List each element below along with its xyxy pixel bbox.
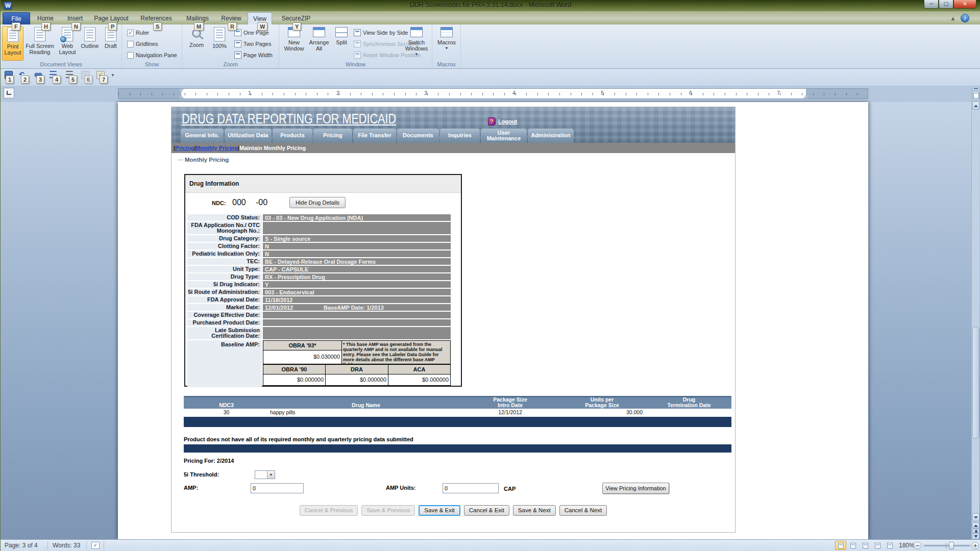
ruler-checkbox[interactable]: ✓ Ruler: [127, 28, 149, 38]
scroll-down-icon[interactable]: [972, 513, 979, 521]
full-screen-reading-button[interactable]: Full Screen Reading: [24, 26, 55, 61]
threshold-select[interactable]: ▼: [255, 470, 275, 479]
two-pages-button[interactable]: Two Pages: [234, 39, 271, 49]
cancel-exit-button[interactable]: Cancel & Exit: [464, 505, 509, 516]
nav-tab-products[interactable]: Products: [273, 129, 312, 143]
ndc-value-1: 000: [232, 198, 246, 207]
zoom-button[interactable]: Zoom: [186, 26, 207, 61]
zoom-slider-thumb[interactable]: [949, 542, 954, 549]
breadcrumb-link-monthly-pricing[interactable]: Monthly Pricing: [195, 145, 238, 151]
logout-area[interactable]: Logout: [488, 117, 517, 126]
first-line-indent-marker[interactable]: [179, 89, 184, 92]
zoom-in-icon[interactable]: +: [971, 542, 979, 549]
restore-button[interactable]: □: [939, 0, 953, 9]
group-label-window: Window: [279, 61, 432, 67]
navigation-pane-checkbox[interactable]: Navigation Pane: [127, 50, 177, 60]
next-page-icon[interactable]: [972, 534, 979, 539]
view-outline-button[interactable]: [872, 541, 883, 550]
scrollbar-thumb[interactable]: [972, 327, 979, 439]
page-width-button[interactable]: Page Width: [234, 50, 273, 60]
field-row: Pediatric Indication Only:N: [187, 251, 451, 257]
word-count[interactable]: Words: 33: [53, 542, 80, 549]
keytip-securezip: Y: [292, 22, 301, 31]
view-web-layout-button[interactable]: [860, 541, 871, 550]
view-pricing-information-button[interactable]: View Pricing Information: [602, 483, 669, 494]
cap-label: CAP: [504, 486, 516, 492]
view-full-screen-button[interactable]: [847, 541, 859, 550]
new-window-button[interactable]: New Window: [282, 26, 306, 61]
group-document-views: Print Layout Full Screen Reading Web Lay…: [1, 24, 122, 68]
field-row: FDA Application No./ OTC Monograph No.:: [187, 222, 451, 234]
field-row: Purchased Product Date:: [187, 319, 451, 326]
qat-more-icon[interactable]: ▼: [111, 73, 120, 82]
outline-icon: [84, 27, 95, 41]
zoom-100-button[interactable]: 100%: [209, 26, 230, 61]
document-canvas[interactable]: DRUG DATA REPORTING FOR MEDICAID Logout …: [1, 102, 980, 539]
save-exit-button[interactable]: Save & Exit: [419, 505, 460, 516]
page-count[interactable]: Page: 3 of 4: [5, 542, 38, 549]
tab-stop-selector[interactable]: [4, 88, 14, 98]
previous-page-icon[interactable]: [972, 522, 979, 529]
nav-tab-administration[interactable]: Administration: [528, 129, 574, 143]
keytip-view: W: [257, 22, 267, 31]
print-layout-button[interactable]: Print Layout: [2, 26, 23, 61]
aca-header: ACA: [388, 364, 451, 374]
macros-icon: [440, 27, 453, 37]
web-layout-button[interactable]: Web Layout: [56, 26, 79, 61]
ndc3-table-row[interactable]: 30 happy pills 12/1/2012 30.000: [184, 409, 731, 416]
nav-tab-utilization-data[interactable]: Utilization Data: [225, 129, 272, 143]
split-button[interactable]: Split: [332, 26, 351, 61]
gridlines-checkbox-box: [127, 41, 134, 47]
ruler-toggle-button[interactable]: [972, 91, 979, 101]
nav-tab-pricing[interactable]: Pricing: [313, 129, 352, 143]
nav-tab-general-info[interactable]: General Info.: [181, 129, 224, 143]
ribbon: Print Layout Full Screen Reading Web Lay…: [1, 24, 980, 69]
cancel-next-button[interactable]: Cancel & Next: [559, 505, 607, 516]
nav-tab-user-maintenance[interactable]: User Maintenance: [481, 129, 527, 143]
obra90-header: OBRA '90: [263, 364, 326, 374]
switch-windows-button[interactable]: Switch Windows ▼: [403, 26, 430, 61]
amp-units-input[interactable]: [443, 483, 499, 493]
breadcrumb-link-pricing[interactable]: Pricing: [175, 145, 194, 151]
webapp-header: DRUG DATA REPORTING FOR MEDICAID Logout …: [172, 107, 735, 143]
arrange-all-button[interactable]: Arrange All: [307, 26, 331, 61]
view-side-by-side-button[interactable]: View Side by Side: [354, 28, 408, 38]
dra-header: DRA: [326, 364, 388, 374]
view-draft-button[interactable]: [884, 541, 895, 550]
field-row: COD Status:03 - 03 - New Drug Applicatio…: [187, 214, 451, 221]
right-indent-marker[interactable]: [803, 95, 808, 98]
zoom-slider-track[interactable]: [923, 545, 970, 546]
field-row: Coverage Effective Date:: [187, 312, 451, 318]
nav-tab-file-transfer[interactable]: File Transfer: [353, 129, 396, 143]
split-handle[interactable]: [972, 86, 979, 90]
select-browse-object-icon[interactable]: [972, 529, 979, 533]
close-button[interactable]: ✕: [953, 0, 976, 9]
navigation-pane-checkbox-box: [127, 52, 134, 59]
collapse-ribbon-icon[interactable]: ▲: [949, 15, 957, 22]
document-page[interactable]: DRUG DATA REPORTING FOR MEDICAID Logout …: [118, 102, 868, 539]
scroll-up-icon[interactable]: [972, 102, 979, 110]
hanging-indent-marker[interactable]: [179, 95, 184, 98]
help-icon[interactable]: ?: [961, 14, 969, 22]
proofing-status-icon[interactable]: ✓: [91, 542, 100, 549]
horizontal-ruler[interactable]: 1 2 3 4 5 6 7: [118, 88, 868, 99]
vertical-scrollbar[interactable]: [971, 86, 979, 539]
amp-input[interactable]: [251, 483, 304, 493]
nav-tab-inquiries[interactable]: Inquiries: [440, 129, 480, 143]
cell-intro-date: 12/1/2012: [463, 409, 557, 415]
zoom-level[interactable]: 180%: [899, 542, 915, 549]
draft-button[interactable]: Draft: [101, 26, 120, 61]
save-next-button[interactable]: Save & Next: [513, 505, 556, 516]
keytip-qat-7: 7: [100, 76, 108, 84]
webapp-nav: General Info. Utilization Data Products …: [181, 129, 574, 143]
hide-drug-details-button[interactable]: Hide Drug Details: [289, 197, 346, 208]
macros-button[interactable]: Macros ▼: [435, 26, 458, 61]
gridlines-checkbox[interactable]: Gridlines: [127, 39, 158, 49]
outline-button[interactable]: Outline: [80, 26, 100, 61]
view-print-layout-button[interactable]: [835, 541, 846, 550]
logout-link[interactable]: Logout: [498, 118, 517, 124]
minimize-button[interactable]: ─: [924, 0, 939, 9]
keytip-file: F: [12, 22, 20, 31]
nav-tab-documents[interactable]: Documents: [397, 129, 439, 143]
zoom-out-icon[interactable]: −: [914, 542, 921, 549]
